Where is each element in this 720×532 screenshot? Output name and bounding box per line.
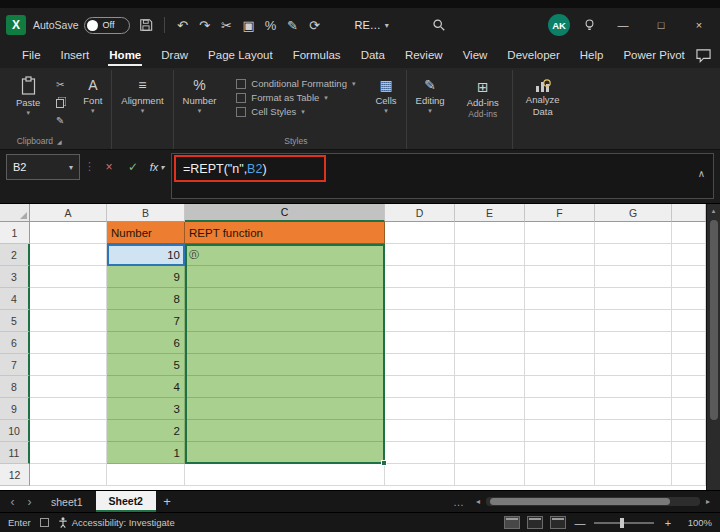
cell-F4[interactable] [525,288,595,310]
cell-E11[interactable] [455,442,525,464]
cell-H5[interactable] [672,310,706,332]
cell-G2[interactable] [595,244,672,266]
normal-view-button[interactable] [504,516,520,529]
picture[interactable]: ▣ [238,13,260,37]
cell-E5[interactable] [455,310,525,332]
cell-C4[interactable] [185,288,385,310]
paste-button[interactable]: Paste ▾ [9,72,47,119]
cell-B10[interactable]: 2 [107,420,185,442]
cell-G9[interactable] [595,398,672,420]
autosave-toggle[interactable]: Off [84,17,130,34]
percent-style[interactable]: % [260,13,282,37]
sheet-nav-left-button[interactable]: ‹ [4,491,21,512]
cell-A3[interactable] [30,266,107,288]
row-header-8[interactable]: 8 [0,376,30,398]
cell-H3[interactable] [672,266,706,288]
sheet-tab-sheet1[interactable]: sheet1 [38,491,96,512]
horizontal-scrollbar-thumb[interactable] [490,498,670,505]
column-header-partial[interactable] [672,204,706,222]
editing-group-button[interactable]: ✎ Editing ▾ [406,70,454,149]
cell-H2[interactable] [672,244,706,266]
cell-F12[interactable] [525,464,595,486]
cell-D6[interactable] [385,332,455,354]
cell-C7[interactable] [185,354,385,376]
cell-G7[interactable] [595,354,672,376]
cell-G6[interactable] [595,332,672,354]
fill-handle[interactable] [381,460,387,466]
cell-F7[interactable] [525,354,595,376]
cell-E12[interactable] [455,464,525,486]
cell-A5[interactable] [30,310,107,332]
cell-D10[interactable] [385,420,455,442]
row-header-7[interactable]: 7 [0,354,30,376]
vertical-scrollbar-thumb[interactable] [710,220,718,420]
cell-D1[interactable] [385,222,455,244]
search-button[interactable] [428,13,450,37]
column-header-B[interactable]: B [107,204,185,222]
cell-F11[interactable] [525,442,595,464]
cell-F8[interactable] [525,376,595,398]
collapse-formula-bar-button[interactable]: ∧ [698,168,705,179]
cell-F5[interactable] [525,310,595,332]
new-sheet-button[interactable]: + [156,491,178,512]
cell-B11[interactable]: 1 [107,442,185,464]
cell-A10[interactable] [30,420,107,442]
analyze-data-button[interactable]: Analyze Data [518,72,568,118]
cell-H6[interactable] [672,332,706,354]
cell-C6[interactable] [185,332,385,354]
cell-styles[interactable]: Cell Styles ▾ [234,105,306,118]
tab-file[interactable]: File [12,42,51,68]
minimize-button[interactable]: — [608,12,638,38]
undo[interactable]: ↶ [172,13,194,37]
scroll-left-button[interactable]: ◂ [472,497,484,506]
more-options-icon[interactable]: … [447,491,470,512]
cell-B5[interactable]: 7 [107,310,185,332]
horizontal-scrollbar[interactable]: ◂ ▸ [470,491,716,512]
zoom-in-button[interactable]: + [661,517,675,529]
column-header-A[interactable]: A [30,204,107,222]
comments-button[interactable] [695,48,712,63]
cell-C11[interactable] [185,442,385,464]
zoom-slider-knob[interactable] [620,518,624,528]
cell-D3[interactable] [385,266,455,288]
cell-G5[interactable] [595,310,672,332]
cell-B6[interactable]: 6 [107,332,185,354]
cell-A12[interactable] [30,464,107,486]
horizontal-scrollbar-track[interactable] [486,497,700,506]
accessibility-status[interactable]: Accessibility: Investigate [58,517,175,528]
column-header-G[interactable]: G [595,204,672,222]
page-layout-view-button[interactable] [527,516,543,529]
cell-B8[interactable]: 4 [107,376,185,398]
font-group-button[interactable]: A Font ▾ [74,70,111,149]
cell-D5[interactable] [385,310,455,332]
cell-B12[interactable] [107,464,185,486]
row-header-1[interactable]: 1 [0,222,30,244]
cell-B9[interactable]: 3 [107,398,185,420]
cell-D4[interactable] [385,288,455,310]
cell-D8[interactable] [385,376,455,398]
tab-power-pivot[interactable]: Power Pivot [613,42,694,68]
cell-C9[interactable] [185,398,385,420]
cell-G11[interactable] [595,442,672,464]
avatar[interactable]: AK [548,14,570,36]
tab-data[interactable]: Data [351,42,395,68]
cancel-button[interactable]: × [99,154,119,180]
refresh[interactable]: ⟳ [304,13,326,37]
cell-C1[interactable]: REPT function [185,222,385,244]
cell-B7[interactable]: 5 [107,354,185,376]
scroll-right-button[interactable]: ▸ [702,497,714,506]
cell-H10[interactable] [672,420,706,442]
tab-page-layout[interactable]: Page Layout [198,42,283,68]
row-header-6[interactable]: 6 [0,332,30,354]
column-header-C[interactable]: C [185,204,385,222]
cell-G8[interactable] [595,376,672,398]
cell-E10[interactable] [455,420,525,442]
tab-developer[interactable]: Developer [497,42,569,68]
cell-A7[interactable] [30,354,107,376]
insert-function-button[interactable]: fx ▾ [147,154,167,180]
cell-A9[interactable] [30,398,107,420]
tab-insert[interactable]: Insert [51,42,100,68]
zoom-slider[interactable] [594,522,654,524]
scroll-up-button[interactable]: ▴ [707,204,720,218]
cell-A2[interactable] [30,244,107,266]
